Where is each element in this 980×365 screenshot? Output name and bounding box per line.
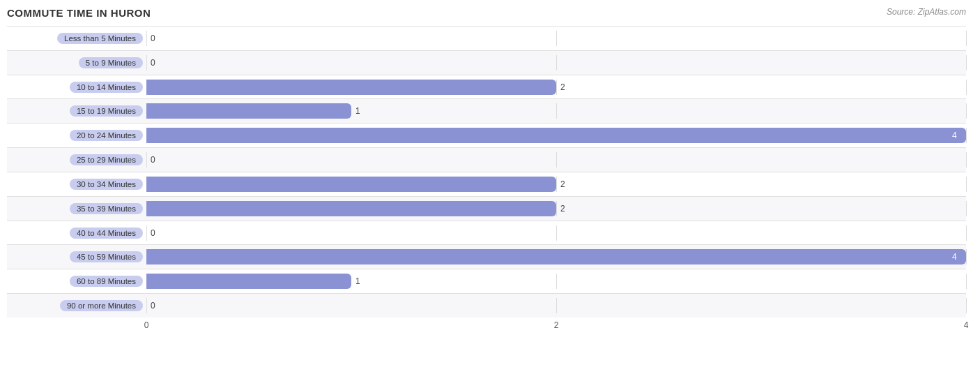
bar-value: 0 xyxy=(151,301,155,311)
bar-value: 1 xyxy=(355,276,360,286)
bar-fill xyxy=(146,177,556,192)
bar-label: Less than 5 Minutes xyxy=(7,33,146,44)
bar-label: 90 or more Minutes xyxy=(7,300,146,311)
bar-row: 10 to 14 Minutes2 xyxy=(7,75,966,99)
bar-track: 0 xyxy=(146,31,966,46)
bar-row: 35 to 39 Minutes2 xyxy=(7,196,966,221)
bar-row: 5 to 9 Minutes0 xyxy=(7,50,966,75)
bar-value: 2 xyxy=(560,204,565,214)
chart-area: Less than 5 Minutes05 to 9 Minutes010 to… xyxy=(7,26,966,318)
bar-track: 2 xyxy=(146,201,966,216)
bar-label-pill: 45 to 59 Minutes xyxy=(70,251,143,262)
bar-value: 0 xyxy=(151,58,155,68)
bar-track: 2 xyxy=(146,177,966,192)
bar-row: 15 to 19 Minutes1 xyxy=(7,98,966,123)
chart-container: COMMUTE TIME IN HURON Source: ZipAtlas.c… xyxy=(0,0,980,365)
bar-row: 60 to 89 Minutes1 xyxy=(7,269,966,293)
x-axis-tick: 0 xyxy=(144,320,149,330)
bar-value: 4 xyxy=(952,131,957,140)
bar-track: 1 xyxy=(146,103,966,119)
bar-label-pill: 40 to 44 Minutes xyxy=(70,228,143,239)
bar-track: 1 xyxy=(146,274,966,289)
bar-label: 25 to 29 Minutes xyxy=(7,154,146,165)
bar-label: 45 to 59 Minutes xyxy=(7,251,146,262)
bar-label-pill: 5 to 9 Minutes xyxy=(79,57,143,68)
bar-fill xyxy=(146,274,351,289)
bar-track: 4 xyxy=(146,249,966,265)
bar-fill xyxy=(146,103,351,119)
bar-label-pill: 20 to 24 Minutes xyxy=(70,130,143,141)
bar-row: Less than 5 Minutes0 xyxy=(7,26,966,50)
bar-value: 0 xyxy=(151,155,155,165)
bar-label-pill: 60 to 89 Minutes xyxy=(70,276,143,287)
x-axis: 024 xyxy=(146,320,966,334)
bar-row: 45 to 59 Minutes4 xyxy=(7,244,966,269)
bar-fill xyxy=(146,249,966,265)
bar-label-pill: 10 to 14 Minutes xyxy=(70,82,143,93)
chart-title: COMMUTE TIME IN HURON xyxy=(7,7,966,19)
bar-label-pill: 90 or more Minutes xyxy=(60,300,143,311)
bar-fill xyxy=(146,128,966,143)
bar-value: 0 xyxy=(151,33,155,43)
bar-label-pill: Less than 5 Minutes xyxy=(57,33,143,44)
bar-value: 2 xyxy=(560,82,565,92)
bar-label: 60 to 89 Minutes xyxy=(7,276,146,287)
x-axis-tick: 2 xyxy=(554,320,559,330)
bar-track: 0 xyxy=(146,55,966,70)
bar-label: 10 to 14 Minutes xyxy=(7,82,146,93)
bar-row: 30 to 34 Minutes2 xyxy=(7,172,966,196)
bar-label: 35 to 39 Minutes xyxy=(7,203,146,214)
bar-track: 0 xyxy=(146,152,966,167)
bar-row: 20 to 24 Minutes4 xyxy=(7,123,966,147)
bar-track: 4 xyxy=(146,128,966,143)
bar-label: 15 to 19 Minutes xyxy=(7,105,146,117)
bar-row: 40 to 44 Minutes0 xyxy=(7,221,966,245)
bar-track: 2 xyxy=(146,80,966,95)
bar-row: 25 to 29 Minutes0 xyxy=(7,147,966,172)
bar-row: 90 or more Minutes0 xyxy=(7,293,966,318)
bar-label-pill: 25 to 29 Minutes xyxy=(70,154,143,165)
source-label: Source: ZipAtlas.com xyxy=(887,7,966,17)
bar-value: 0 xyxy=(151,228,155,238)
bar-label: 30 to 34 Minutes xyxy=(7,179,146,190)
bar-label: 20 to 24 Minutes xyxy=(7,130,146,141)
bar-label: 5 to 9 Minutes xyxy=(7,57,146,68)
bar-label-pill: 35 to 39 Minutes xyxy=(70,203,143,214)
bar-track: 0 xyxy=(146,225,966,241)
bar-label: 40 to 44 Minutes xyxy=(7,228,146,239)
bar-track: 0 xyxy=(146,298,966,313)
bar-value: 2 xyxy=(560,179,565,189)
bar-value: 4 xyxy=(952,252,957,262)
bar-fill xyxy=(146,201,556,216)
bar-label-pill: 15 to 19 Minutes xyxy=(70,105,143,117)
bar-value: 1 xyxy=(355,106,360,116)
bar-label-pill: 30 to 34 Minutes xyxy=(70,179,143,190)
x-axis-tick: 4 xyxy=(964,320,969,330)
bar-fill xyxy=(146,80,556,95)
